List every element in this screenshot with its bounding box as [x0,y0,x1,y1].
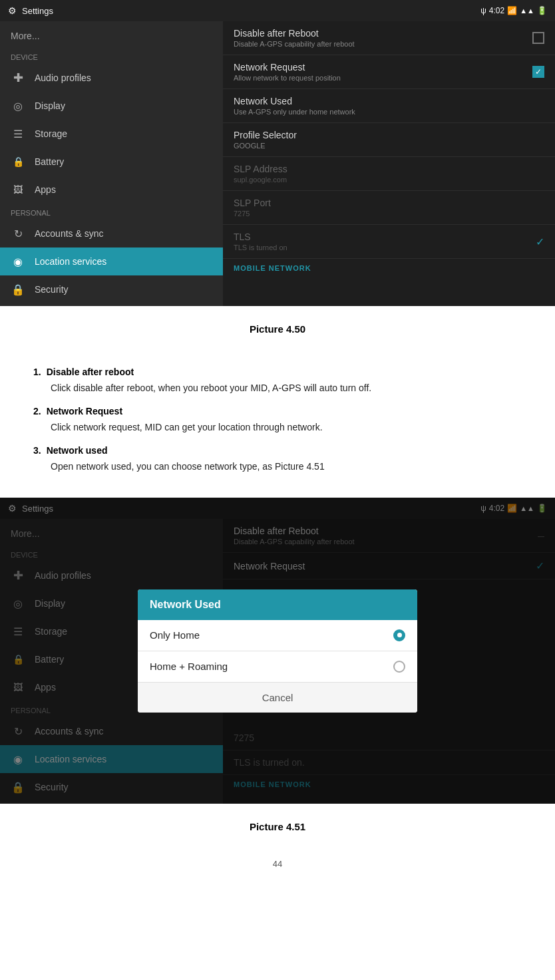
sidebar-item-storage[interactable]: ☰ Storage [0,120,223,148]
setting-network-request-title: Network Request [234,62,341,73]
battery-icon-sidebar: 🔒 [11,154,25,169]
setting-profile-selector-text: Profile Selector GOOGLE [234,130,297,150]
radio-only-home[interactable] [393,629,405,641]
setting-tls-text: TLS TLS is turned on [234,232,287,251]
doc-item-2-title: 2. Network Request [33,406,522,416]
device-header-1: DEVICE [0,48,223,64]
doc-item-1-body: Click disable after reboot, when you reb… [51,381,522,395]
setting-slp-port-title: SLP Port [234,198,271,208]
accounts-sync-label: Accounts & sync [35,228,104,239]
sidebar-item-audio-profiles[interactable]: ✚ Audio profiles [0,64,223,92]
doc-item-3: 3. Network used Open network used, you c… [33,445,522,474]
sidebar-item-location-services[interactable]: ◉ Location services [0,247,223,275]
signal-icon-1: 📶 [507,6,517,15]
right-panel-1: Disable after Reboot Disable A-GPS capab… [223,21,555,306]
sidebar-more-1[interactable]: More... [0,24,223,48]
doc-item-3-body: Open network used, you can choose networ… [51,460,522,474]
settings-icon-1: ⚙ [8,5,17,16]
security-label: Security [35,284,69,295]
sidebar-1: More... DEVICE ✚ Audio profiles ◎ Displa… [0,21,223,306]
setting-slp-address-text: SLP Address supl.google.com [234,164,287,184]
security-icon: 🔒 [11,282,25,297]
apps-label: Apps [35,184,56,195]
setting-network-request-subtitle: Allow network to request position [234,74,341,82]
setting-slp-port-text: SLP Port 7275 [234,198,271,218]
sidebar-item-security[interactable]: 🔒 Security [0,275,223,303]
status-bar-1: ⚙ Settings ψ 4:02 📶 ▲▲ 🔋 [0,0,555,21]
setting-network-request[interactable]: Network Request Allow network to request… [223,55,555,89]
doc-item-2-num: 2. [33,406,41,416]
doc-item-2-body: Click network request, MID can get your … [51,420,522,434]
setting-disable-reboot-subtitle: Disable A-GPS capability after reboot [234,40,355,48]
setting-slp-port-subtitle: 7275 [234,210,271,218]
sidebar-item-accounts-sync[interactable]: ↻ Accounts & sync [0,220,223,247]
storage-icon: ☰ [11,126,25,141]
setting-disable-reboot[interactable]: Disable after Reboot Disable A-GPS capab… [223,21,555,55]
dialog-option-home-roaming-label: Home + Roaming [150,661,228,672]
doc-item-2-heading: Network Request [47,406,122,416]
doc-item-3-title: 3. Network used [33,445,522,456]
setting-profile-selector-subtitle: GOOGLE [234,142,297,150]
setting-network-used-title: Network Used [234,96,355,106]
doc-item-1: 1. Disable after reboot Click disable af… [33,367,522,395]
battery-icon-1: 🔋 [537,6,547,15]
page-number: 44 [0,851,555,877]
personal-header-1: PERSONAL [0,204,223,220]
dialog-cancel-button[interactable]: Cancel [138,683,417,713]
usb-icon: ψ [480,6,486,15]
setting-disable-reboot-title: Disable after Reboot [234,28,355,39]
setting-slp-address: SLP Address supl.google.com [223,157,555,191]
setting-slp-address-title: SLP Address [234,164,287,174]
setting-tls: TLS TLS is turned on ✓ [223,225,555,259]
location-icon: ◉ [11,254,25,269]
radio-home-roaming[interactable] [393,661,405,673]
audio-profiles-label: Audio profiles [35,73,91,83]
setting-network-used[interactable]: Network Used Use A-GPS only under home n… [223,89,555,123]
setting-slp-address-subtitle: supl.google.com [234,176,287,184]
app-title-1: Settings [22,6,53,16]
setting-network-request-text: Network Request Allow network to request… [234,62,341,82]
sidebar-item-display[interactable]: ◎ Display [0,92,223,120]
setting-tls-title: TLS [234,232,287,242]
location-services-label: Location services [35,256,106,267]
network-used-dialog: Network Used Only Home Home + Roaming Ca… [138,589,417,713]
disable-reboot-checkbox[interactable] [532,32,544,44]
battery-label: Battery [35,156,64,167]
dialog-option-only-home-label: Only Home [150,629,200,641]
caption-1: Picture 4.50 [33,323,522,335]
dialog-option-only-home[interactable]: Only Home [138,620,417,651]
setting-network-used-text: Network Used Use A-GPS only under home n… [234,96,355,116]
doc-item-1-title: 1. Disable after reboot [33,367,522,377]
setting-slp-port: SLP Port 7275 [223,191,555,225]
apps-icon: 🖼 [11,182,25,197]
doc-area: 1. Disable after reboot Click disable af… [0,353,555,498]
caption-2: Picture 4.51 [33,821,522,832]
sidebar-item-battery[interactable]: 🔒 Battery [0,148,223,176]
doc-item-3-heading: Network used [47,445,108,456]
display-icon: ◎ [11,98,25,113]
display-label: Display [35,100,65,111]
sidebar-item-apps[interactable]: 🖼 Apps [0,176,223,204]
tls-checkmark: ✓ [536,236,544,248]
doc-item-1-heading: Disable after reboot [47,367,134,377]
screenshot-1: ⚙ Settings ψ 4:02 📶 ▲▲ 🔋 More... DEVICE … [0,0,555,306]
setting-profile-selector[interactable]: Profile Selector GOOGLE [223,123,555,157]
mobile-network-header-1: MOBILE NETWORK [223,259,555,275]
dialog-title: Network Used [138,589,417,620]
setting-network-used-subtitle: Use A-GPS only under home network [234,108,355,116]
network-request-checkbox[interactable]: ✓ [532,66,544,78]
setting-profile-selector-title: Profile Selector [234,130,297,140]
screenshot-2: ⚙ Settings ψ 4:02 📶 ▲▲ 🔋 More... DEVICE … [0,498,555,804]
time-display-1: 4:02 [489,6,504,15]
doc-item-3-num: 3. [33,445,41,456]
dialog-option-home-roaming[interactable]: Home + Roaming [138,651,417,683]
audio-profiles-icon: ✚ [11,71,25,85]
status-right-1: ψ 4:02 📶 ▲▲ 🔋 [480,6,547,15]
wifi-icon-1: ▲▲ [520,7,534,15]
status-left-1: ⚙ Settings [8,5,53,16]
dialog-overlay: Network Used Only Home Home + Roaming Ca… [0,498,555,804]
storage-label: Storage [35,128,67,139]
caption-area-2: Picture 4.51 [0,804,555,851]
doc-item-1-num: 1. [33,367,41,377]
doc-item-2: 2. Network Request Click network request… [33,406,522,434]
